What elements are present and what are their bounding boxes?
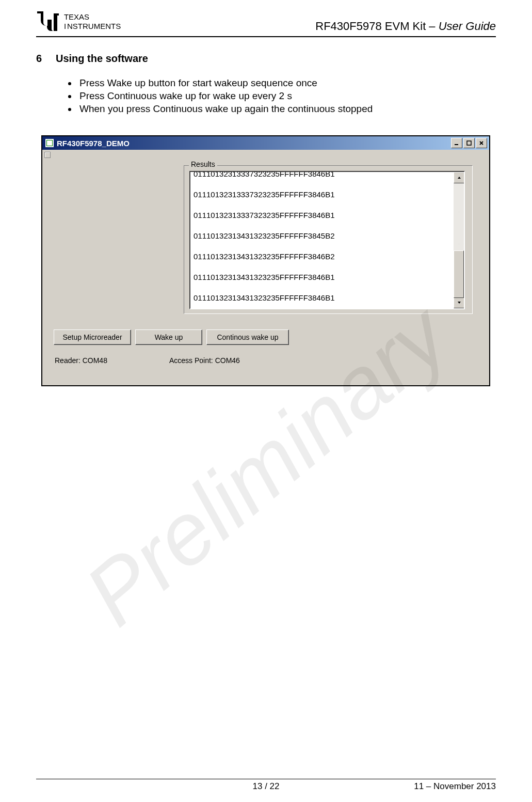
scrollbar[interactable] (454, 172, 464, 308)
window-title: RF430F5978_DEMO (57, 139, 130, 148)
scroll-up-button[interactable] (454, 172, 465, 183)
scroll-down-button[interactable] (454, 297, 465, 308)
app-window: RF430F5978_DEMO (42, 136, 489, 385)
svg-text:T: T (64, 12, 69, 21)
app-icon (45, 139, 54, 147)
bullet-list: Press Wake up button for start wakeup se… (65, 77, 496, 115)
svg-text:NSTRUMENTS: NSTRUMENTS (67, 22, 121, 30)
footer-rule (36, 779, 496, 779)
doc-title-suffix: User Guide (439, 20, 496, 33)
wake-up-button[interactable]: Wake up (135, 329, 202, 345)
bullet-item: When you press Continuous wake up again … (77, 103, 496, 115)
section-title: Using the software (56, 53, 148, 64)
footer: 13 / 22 11 – November 2013 (36, 779, 496, 792)
screenshot-figure: RF430F5978_DEMO (41, 135, 490, 386)
results-listbox[interactable]: 01110132313337323235FFFFFF3846B1 0111013… (189, 171, 465, 309)
scroll-thumb[interactable] (454, 250, 464, 298)
doc-title-sep: – (426, 20, 438, 33)
svg-rect-4 (455, 144, 458, 145)
results-line: 01110132313337323235FFFFFF3846B1 (194, 184, 452, 205)
results-line: 01110132313431323235FFFFFF3845B2 (194, 226, 452, 246)
continuous-wake-up-button[interactable]: Continous wake up (206, 329, 289, 345)
menubar[interactable] (42, 150, 489, 160)
bullet-item: Press Wake up button for start wakeup se… (77, 77, 496, 89)
maximize-button[interactable] (463, 138, 475, 148)
doc-title-prefix: RF430F5978 EVM Kit (315, 20, 426, 33)
section-heading: 6Using the software (36, 53, 496, 65)
document-title: RF430F5978 EVM Kit – User Guide (315, 20, 496, 33)
results-line: 01110132313337323235FFFFFF3846B1 (194, 171, 452, 184)
page-number: 13 / 22 (253, 781, 280, 792)
svg-rect-5 (467, 141, 471, 145)
svg-text:EXAS: EXAS (69, 12, 89, 21)
results-label: Results (189, 160, 217, 168)
bullet-item: Press Continuous wake up for wake up eve… (77, 90, 496, 102)
svg-text:I: I (64, 22, 66, 30)
ti-logo: T EXAS I NSTRUMENTS (36, 10, 132, 33)
titlebar[interactable]: RF430F5978_DEMO (42, 136, 489, 150)
section-number: 6 (36, 53, 56, 65)
access-point-status: Access Point: COM46 (169, 356, 240, 365)
reader-status: Reader: COM48 (55, 356, 107, 365)
close-button[interactable] (476, 138, 487, 148)
results-line: 01110132313337323235FFFFFF3846B1 (194, 205, 452, 226)
minimize-button[interactable] (451, 138, 462, 148)
footer-date: 11 – November 2013 (280, 781, 496, 792)
header-rule (36, 36, 496, 37)
menu-icon[interactable] (44, 152, 51, 158)
results-line: 01110132313431323235FFFFFF3846B1 (194, 267, 452, 288)
setup-microreader-button[interactable]: Setup Microreader (54, 329, 131, 345)
results-groupbox: Results 01110132313337323235FFFFFF3846B1… (184, 165, 473, 314)
results-line: 01110132313431323235FFFFFF3846B2 (194, 246, 452, 267)
results-line: 01110132313431323235FFFFFF3846B1 (194, 288, 452, 308)
